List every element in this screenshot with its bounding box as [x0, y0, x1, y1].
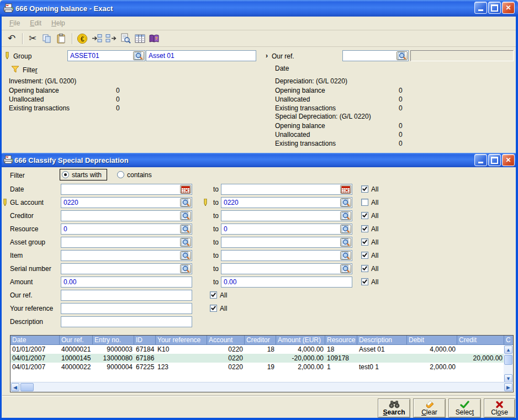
maximize-button[interactable]: [488, 2, 501, 14]
all-checkbox[interactable]: [361, 278, 368, 285]
lookup-button[interactable]: [340, 225, 351, 233]
your-reference-from-input[interactable]: [61, 303, 192, 314]
item-to-input[interactable]: [221, 250, 352, 261]
resource-from-input[interactable]: 0: [61, 224, 192, 235]
amount-from-input[interactable]: 0.00: [61, 277, 192, 288]
preview-icon[interactable]: [119, 32, 132, 45]
copy-icon[interactable]: [40, 32, 54, 45]
lookup-button[interactable]: [180, 238, 191, 247]
horizontal-scroll-thumb[interactable]: [20, 383, 34, 391]
minimize-button[interactable]: [474, 154, 487, 166]
calendar-button[interactable]: [180, 185, 191, 194]
columns-icon[interactable]: [133, 32, 146, 45]
lookup-button[interactable]: [340, 198, 351, 207]
column-header-entry-no-[interactable]: Entry no.: [93, 336, 134, 345]
all-checkbox[interactable]: [361, 185, 368, 193]
scroll-up-button[interactable]: ▲: [504, 345, 512, 354]
item-from-input[interactable]: [61, 250, 192, 261]
table-row[interactable]: 04/01/20071000014513000080671860220-20,0…: [10, 354, 513, 363]
lookup-button[interactable]: [180, 198, 191, 207]
column-header-date[interactable]: Date: [10, 336, 60, 345]
all-checkbox[interactable]: [210, 291, 217, 299]
scroll-down-button[interactable]: ▼: [504, 374, 512, 382]
group-lookup-button[interactable]: [133, 51, 144, 60]
column-header-id[interactable]: ID: [134, 336, 156, 345]
date-to-input[interactable]: [221, 184, 352, 195]
lookup-button[interactable]: [180, 264, 191, 273]
all-checkbox[interactable]: [361, 238, 368, 246]
our-ref--from-input[interactable]: [61, 290, 192, 301]
column-header-creditor[interactable]: Creditor: [245, 336, 276, 345]
table-row[interactable]: 01/01/200740000021900000367184K100220184…: [10, 345, 513, 354]
menu-help[interactable]: Help: [48, 18, 72, 28]
scroll-right-button[interactable]: ▶: [504, 383, 512, 391]
maximize-button[interactable]: [488, 154, 501, 166]
gl-account-from-input[interactable]: 0220: [61, 197, 192, 208]
asset-group-to-input[interactable]: [221, 237, 352, 248]
group-input[interactable]: ASSET01: [67, 50, 145, 61]
vertical-scroll-thumb[interactable]: [504, 355, 512, 365]
close-button[interactable]: Close: [484, 398, 515, 418]
column-header-debit[interactable]: Debit: [407, 336, 457, 345]
resource-to-input[interactable]: 0: [221, 224, 352, 235]
minimize-button[interactable]: [474, 2, 487, 14]
close-button[interactable]: ✕: [502, 154, 515, 166]
lookup-button[interactable]: [180, 211, 191, 220]
clear-button[interactable]: Clear: [413, 398, 446, 418]
column-header-your-reference[interactable]: Your reference: [156, 336, 207, 345]
scroll-left-button[interactable]: ◀: [11, 383, 19, 391]
column-header-our-ref-[interactable]: Our ref.: [60, 336, 93, 345]
horizontal-scrollbar[interactable]: ◀ ▶: [10, 382, 513, 392]
column-header-amount-eur-[interactable]: Amount (EUR): [276, 336, 325, 345]
our-ref-lookup-button[interactable]: [397, 51, 408, 60]
lookup-button[interactable]: [340, 251, 351, 260]
column-header-credit[interactable]: Credit: [457, 336, 504, 345]
lookup-button[interactable]: [340, 238, 351, 247]
all-checkbox[interactable]: [361, 199, 368, 206]
lookup-button[interactable]: [180, 225, 191, 233]
amount-to-input[interactable]: 0.00: [221, 277, 352, 288]
radio-contains[interactable]: contains: [117, 169, 152, 180]
book-icon[interactable]: ?: [147, 32, 161, 45]
undo-icon[interactable]: ↶: [5, 32, 18, 45]
creditor-from-input[interactable]: [61, 210, 192, 221]
all-checkbox[interactable]: [361, 212, 368, 219]
our-ref-input[interactable]: [342, 50, 409, 61]
table-row[interactable]: 04/01/2007400000229000004672251230220192…: [10, 363, 513, 371]
filter-link[interactable]: Filter: [11, 66, 38, 75]
euro-icon[interactable]: €: [76, 32, 89, 45]
vertical-scrollbar[interactable]: ▲ ▼: [504, 345, 513, 383]
close-button[interactable]: ✕: [502, 2, 515, 14]
serial-number-from-input[interactable]: [61, 263, 192, 274]
column-header-c[interactable]: C: [504, 336, 514, 345]
select-button[interactable]: Select: [448, 398, 481, 418]
lookup-button[interactable]: [180, 251, 191, 260]
creditor-to-input[interactable]: [221, 210, 352, 221]
cut-icon[interactable]: ✂: [26, 32, 39, 45]
column-header-description[interactable]: Description: [357, 336, 407, 345]
radio-starts-with[interactable]: starts with: [60, 169, 107, 180]
column-header-account[interactable]: Account: [207, 336, 245, 345]
lookup-button[interactable]: [340, 264, 351, 273]
description-from-input[interactable]: [61, 316, 192, 327]
serial-number-to-input[interactable]: [221, 263, 352, 274]
paste-icon[interactable]: [55, 32, 68, 45]
calendar-button[interactable]: [340, 185, 351, 194]
export-icon[interactable]: [104, 32, 118, 45]
date-from-input[interactable]: [61, 184, 192, 195]
table-cell: 40000022: [60, 363, 93, 371]
menu-edit[interactable]: Edit: [27, 18, 48, 28]
all-checkbox[interactable]: [361, 225, 368, 232]
gl-account-to-input[interactable]: 0220: [221, 197, 352, 208]
lookup-button[interactable]: [340, 211, 351, 220]
all-checkbox[interactable]: [361, 252, 368, 259]
results-table[interactable]: DateOur ref.Entry no.IDYour referenceAcc…: [10, 335, 514, 392]
all-checkbox[interactable]: [361, 265, 368, 272]
all-checkbox[interactable]: [210, 305, 217, 312]
menu-file[interactable]: File: [6, 18, 27, 28]
import-icon[interactable]: [90, 32, 103, 45]
column-header-resource[interactable]: Resource: [325, 336, 357, 345]
table-cell: [457, 345, 504, 354]
asset-group-from-input[interactable]: [61, 237, 192, 248]
search-button[interactable]: Search: [378, 398, 410, 418]
